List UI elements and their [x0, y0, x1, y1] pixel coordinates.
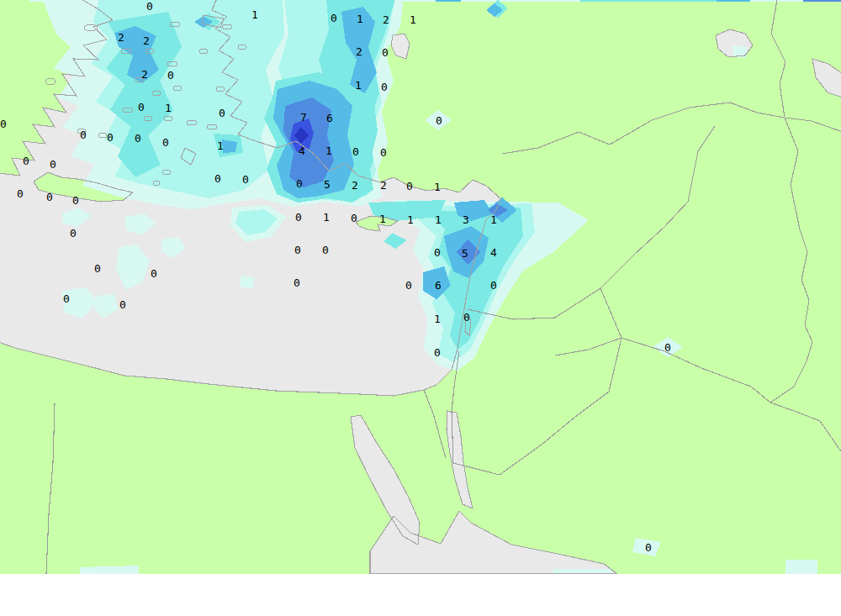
precip-value-label: 0 [382, 46, 389, 59]
precip-value-label: 0 [296, 177, 303, 190]
precipitation-map: 0101212220201001076000000141000000052201… [0, 0, 841, 574]
weather-map-page: 0101212220201001076000000141000000052201… [0, 0, 841, 616]
precip-value-label: 0 [351, 212, 357, 224]
precip-value-label: 0 [331, 12, 337, 24]
precip-value-label: 1 [325, 145, 332, 157]
precip-value-label: 3 [463, 213, 469, 226]
precip-value-label: 2 [118, 31, 124, 44]
precip-value-label: 0 [380, 146, 387, 159]
precip-value-label: 0 [50, 158, 56, 171]
precip-value-label: 2 [143, 34, 150, 47]
precip-value-label: 0 [214, 172, 221, 185]
precip-value-label: 0 [295, 211, 302, 224]
precip-value-label: 0 [162, 136, 169, 149]
precip-value-label: 2 [352, 179, 358, 192]
precip-value-label: 1 [217, 140, 224, 152]
precip-value-label: 2 [380, 179, 387, 192]
precip-value-label: 0 [135, 132, 141, 145]
precip-value-label: 6 [435, 279, 442, 292]
precip-value-label: 1 [323, 211, 330, 224]
precip-value-label: 0 [490, 279, 497, 292]
precip-value-label: 0 [405, 279, 412, 292]
precip-value-label: 2 [141, 68, 148, 81]
precip-value-label: 0 [645, 541, 652, 554]
precip-value-label: 0 [119, 298, 126, 311]
precip-value-label: 1 [355, 79, 362, 92]
precip-value-label: 0 [107, 131, 114, 144]
footer: Precipitation [mm] ECMWF Sa 24-01-2026 0… [0, 574, 841, 616]
precip-value-label: 1 [251, 8, 258, 21]
precip-value-label: 0 [70, 227, 77, 240]
precip-value-label: 0 [23, 155, 29, 167]
precip-value-label: 0 [242, 173, 249, 186]
precip-value-label: 1 [357, 13, 363, 25]
precip-value-label: 0 [322, 244, 329, 256]
precip-value-label: 5 [324, 178, 331, 191]
precip-value-label: 1 [434, 181, 441, 193]
precip-value-label: 2 [383, 13, 389, 26]
precip-value-label: 5 [462, 247, 468, 260]
precip-value-label: 0 [94, 262, 101, 275]
precip-value-label: 0 [406, 180, 413, 192]
precip-value-label: 1 [435, 213, 442, 226]
precip-value-label: 0 [138, 101, 145, 113]
precip-value-label: 0 [46, 191, 53, 203]
precip-value-label: 0 [381, 81, 388, 93]
precip-value-label: 0 [294, 244, 301, 256]
precip-value-label: 1 [379, 213, 386, 225]
precip-value-label: 0 [72, 194, 79, 207]
precip-value-label: 0 [294, 276, 300, 289]
precip-value-label: 6 [326, 112, 333, 124]
precip-value-label: 0 [0, 118, 7, 130]
precip-value-label: 0 [146, 0, 153, 13]
precip-value-label: 4 [490, 246, 497, 259]
precip-value-label: 1 [407, 213, 414, 226]
precip-value-label: 0 [151, 267, 157, 280]
precip-value-label: 0 [219, 107, 225, 119]
precip-value-label: 0 [434, 346, 441, 359]
precip-value-label: 4 [299, 145, 305, 157]
precip-value-label: 0 [434, 246, 441, 259]
precip-value-label: 0 [17, 187, 24, 200]
precip-value-label: 1 [410, 13, 416, 26]
precip-value-label: 0 [463, 311, 470, 324]
precip-value-label: 0 [436, 114, 442, 127]
precip-value-label: 7 [300, 111, 307, 124]
precip-value-label: 0 [80, 129, 87, 141]
precip-value-label: 1 [165, 102, 172, 114]
precip-value-label: 0 [63, 292, 70, 305]
precip-value-label: 0 [352, 145, 359, 158]
precip-value-label: 0 [167, 69, 174, 82]
precip-value-label: 1 [434, 313, 441, 325]
precip-value-label: 2 [356, 45, 362, 58]
precip-value-label: 1 [490, 213, 497, 226]
precip-value-label: 0 [664, 341, 671, 354]
